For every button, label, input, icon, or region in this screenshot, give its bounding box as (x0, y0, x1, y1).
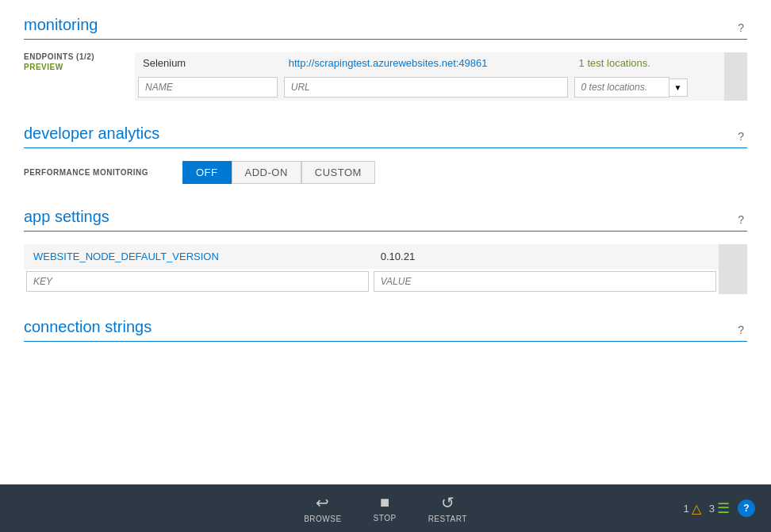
preview-label: PREVIEW (24, 63, 119, 71)
browse-label: BROWSE (304, 515, 341, 523)
connection-strings-help-icon[interactable]: ? (738, 323, 744, 336)
restart-icon: ↺ (441, 493, 455, 512)
app-settings-title: app settings (24, 208, 109, 226)
setting-input-row (24, 269, 747, 294)
developer-analytics-help-icon[interactable]: ? (738, 130, 744, 143)
table-row: WEBSITE_NODE_DEFAULT_VERSION 0.10.21 (24, 244, 747, 269)
browse-button[interactable]: ↩ BROWSE (304, 493, 341, 523)
toolbar-right: 1 △ 3 ☰ ? (684, 499, 755, 517)
setting-value-input[interactable] (374, 271, 716, 292)
list-icon: ☰ (717, 499, 730, 517)
test-locations-input[interactable] (574, 77, 669, 98)
connection-strings-divider (24, 341, 747, 342)
setting-input-action (719, 269, 748, 294)
endpoint-url-input-cell (281, 74, 571, 101)
endpoints-right: Selenium http://scrapingtest.azurewebsit… (135, 52, 747, 101)
endpoint-action (724, 52, 747, 74)
alert-badge: 1 △ (684, 501, 701, 516)
test-locations-select: ▼ (574, 77, 722, 98)
toggle-addon[interactable]: ADD-ON (232, 161, 301, 184)
list-badge: 3 ☰ (709, 499, 730, 517)
connection-strings-title: connection strings (24, 318, 152, 336)
endpoint-name-input[interactable] (138, 77, 278, 98)
app-settings-divider (24, 231, 747, 232)
setting-key: WEBSITE_NODE_DEFAULT_VERSION (24, 244, 371, 269)
test-locations-badge: 1 test locations. (579, 57, 650, 69)
endpoint-loc-input-cell: ▼ (571, 74, 725, 101)
monitoring-section: monitoring ? ENDPOINTS (1/2) PREVIEW Sel… (24, 16, 747, 101)
list-count: 3 (709, 503, 715, 515)
endpoints-label: ENDPOINTS (1/2) (24, 52, 119, 61)
monitoring-title: monitoring (24, 16, 98, 34)
developer-analytics-section: developer analytics ? PERFORMANCE MONITO… (24, 124, 747, 184)
toolbar-help-button[interactable]: ? (738, 499, 755, 517)
setting-key-input[interactable] (26, 271, 369, 292)
settings-table: WEBSITE_NODE_DEFAULT_VERSION 0.10.21 (24, 244, 747, 294)
endpoints-row: ENDPOINTS (1/2) PREVIEW Selenium http://… (24, 52, 747, 101)
bottom-toolbar: ↩ BROWSE ■ STOP ↺ RESTART 1 △ 3 ☰ ? (0, 484, 771, 532)
perf-row: PERFORMANCE MONITORING OFF ADD-ON CUSTOM (24, 161, 747, 184)
setting-value: 0.10.21 (371, 244, 719, 269)
endpoint-url-input[interactable] (284, 77, 568, 98)
endpoint-url: http://scrapingtest.azurewebsites.net:49… (281, 52, 571, 74)
toggle-off[interactable]: OFF (182, 161, 232, 184)
app-settings-section: app settings ? WEBSITE_NODE_DEFAULT_VERS… (24, 208, 747, 294)
alert-count: 1 (684, 503, 689, 515)
monitoring-divider (24, 39, 747, 40)
restart-label: RESTART (428, 515, 467, 523)
toggle-custom[interactable]: CUSTOM (301, 161, 375, 184)
setting-value-input-cell (371, 269, 719, 294)
endpoint-input-row: ▼ (135, 74, 747, 101)
setting-key-input-cell (24, 269, 371, 294)
endpoint-locations: 1 test locations. (571, 52, 725, 74)
setting-action (719, 244, 748, 269)
restart-button[interactable]: ↺ RESTART (428, 493, 467, 523)
developer-analytics-title: developer analytics (24, 124, 159, 143)
endpoints-table: Selenium http://scrapingtest.azurewebsit… (135, 52, 747, 101)
alert-icon: △ (692, 501, 701, 516)
test-locations-dropdown[interactable]: ▼ (669, 78, 688, 97)
browse-icon: ↩ (316, 493, 329, 512)
endpoint-url-link[interactable]: http://scrapingtest.azurewebsites.net:49… (289, 57, 488, 69)
toolbar-center: ↩ BROWSE ■ STOP ↺ RESTART (304, 493, 467, 523)
connection-strings-section: connection strings ? (24, 318, 747, 342)
table-row: Selenium http://scrapingtest.azurewebsit… (135, 52, 747, 74)
endpoints-left: ENDPOINTS (1/2) PREVIEW (24, 52, 119, 79)
developer-analytics-divider (24, 147, 747, 148)
app-settings-help-icon[interactable]: ? (738, 213, 744, 226)
toggle-group: OFF ADD-ON CUSTOM (182, 161, 375, 184)
endpoint-action-input (724, 74, 747, 101)
stop-button[interactable]: ■ STOP (374, 493, 397, 523)
stop-label: STOP (374, 514, 397, 522)
perf-label: PERFORMANCE MONITORING (24, 168, 167, 177)
stop-icon: ■ (380, 493, 389, 511)
endpoint-name-input-cell (135, 74, 281, 101)
monitoring-help-icon[interactable]: ? (738, 21, 744, 34)
endpoint-name: Selenium (135, 52, 281, 74)
